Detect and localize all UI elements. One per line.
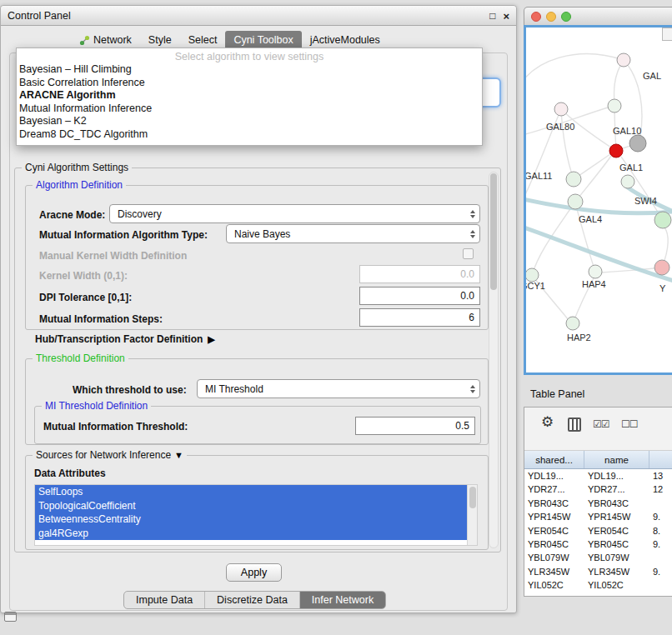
which-threshold-value: MI Threshold — [205, 383, 263, 395]
network-canvas[interactable]: GALGAL80GAL10GAL1GAL11SWI4GAL4GCY1HAP4YH… — [524, 25, 672, 375]
table-row[interactable]: YBR043CYBR043C — [524, 497, 672, 510]
table-row[interactable]: YLR345WYLR345W9. — [524, 565, 672, 578]
column-bar — [572, 419, 574, 430]
table-cell: YER054C — [524, 524, 584, 538]
aracne-mode-label: Aracne Mode: — [39, 209, 105, 221]
bottom-tab-bar: Impute DataDiscretize DataInfer Network — [123, 591, 386, 609]
column-header-extra[interactable] — [649, 451, 672, 468]
close-icon[interactable]: × — [503, 10, 509, 22]
aracne-mode-select[interactable]: Discovery — [109, 204, 480, 223]
sources-group: Sources for Network Inference ▼ Data Att… — [25, 455, 489, 550]
table-cell: YLR345W — [524, 565, 584, 578]
column-header-name[interactable]: name — [584, 451, 649, 468]
table-panel-window: ⚙ ☑☑ ☐☐ shared...name YDL19...YDL19...13… — [524, 407, 672, 597]
gear-icon[interactable]: ⚙ — [541, 413, 554, 431]
algorithm-option-bayesian-k2[interactable]: Bayesian – K2 — [17, 115, 482, 128]
table-cell: YIL052C — [524, 578, 584, 592]
mini-icon-bar — [5, 612, 16, 615]
dpi-tolerance-field[interactable]: 0.0 — [359, 287, 480, 305]
minimize-icon[interactable]: □ — [489, 10, 495, 22]
manual-kernel-checkbox[interactable] — [463, 248, 474, 259]
network-node-gal4[interactable] — [568, 194, 583, 209]
settings-scrollbar[interactable] — [489, 172, 499, 548]
table-cell: YLR345W — [584, 565, 649, 578]
network-node-y[interactable] — [654, 260, 669, 275]
table-body: YDL19...YDL19...13YDR27...YDR27...12YBR0… — [524, 469, 672, 596]
network-node-swi4[interactable] — [654, 212, 671, 228]
columns-icon[interactable] — [568, 418, 581, 432]
table-panel-title: Table Panel — [530, 388, 584, 400]
algorithm-option-bayesian-hill-climbing[interactable]: Bayesian – Hill Climbing — [17, 63, 482, 77]
network-node[interactable] — [609, 144, 623, 158]
window-title: Control Panel — [8, 10, 71, 22]
mi-steps-field[interactable]: 6 — [359, 308, 480, 327]
mi-threshold-field[interactable]: 0.5 — [355, 417, 475, 435]
table-row[interactable]: YDL19...YDL19...13 — [524, 469, 672, 482]
network-window-titlebar[interactable] — [524, 7, 672, 25]
table-cell — [649, 551, 672, 564]
table-row[interactable]: YBL079WYBL079W — [524, 551, 672, 564]
apply-button[interactable]: Apply — [226, 563, 282, 582]
network-node-hap2[interactable] — [566, 317, 579, 330]
network-node-hap4[interactable] — [589, 265, 602, 278]
network-node[interactable] — [629, 135, 646, 152]
table-row[interactable]: YER054CYER054C8. — [524, 524, 672, 538]
algorithm-option-dream8-dc-tdc-algorithm[interactable]: Dream8 DC_TDC Algorithm — [17, 128, 482, 142]
which-threshold-select[interactable]: MI Threshold — [197, 379, 480, 398]
combo-stepper-icon — [470, 210, 475, 218]
attribute-list: SelfLoopsTopologicalCoefficientBetweenne… — [34, 484, 478, 546]
control-panel-titlebar[interactable]: Control Panel □ × — [1, 6, 516, 26]
minimize-traffic-button[interactable] — [546, 12, 556, 22]
zoom-traffic-button[interactable] — [561, 12, 571, 22]
network-node-gcy1[interactable] — [526, 268, 539, 282]
algorithm-option-basic-correlation-inference[interactable]: Basic Correlation Inference — [17, 77, 482, 90]
close-traffic-button[interactable] — [531, 12, 541, 22]
bottom-tab-impute-data[interactable]: Impute Data — [124, 592, 205, 608]
sources-group-title[interactable]: Sources for Network Inference ▼ — [33, 449, 187, 461]
attribute-item-gal4rgexp[interactable]: gal4RGexp — [35, 527, 467, 541]
table-row[interactable]: YPR145WYPR145W9. — [524, 510, 672, 523]
table-cell: YPR145W — [524, 510, 584, 523]
table-row[interactable]: YDR27...YDR27...12 — [524, 482, 672, 496]
cyni-settings-group: Cyni Algorithm Settings Algorithm Defini… — [14, 168, 501, 552]
scrollbar-thumb[interactable] — [490, 173, 497, 290]
mi-type-select[interactable]: Naive Bayes — [226, 224, 480, 243]
dropdown-placeholder: Select algorithm to view settings — [17, 50, 482, 63]
network-node-gal[interactable] — [617, 53, 630, 67]
network-scrollbar-button[interactable] — [662, 28, 672, 41]
table-cell: YDL19... — [584, 469, 649, 482]
table-cell: YIL052C — [584, 578, 649, 592]
scrollbar-thumb[interactable] — [469, 487, 476, 508]
table-cell: YBR045C — [524, 538, 584, 551]
attribute-item-betweennesscentrality[interactable]: BetweennessCentrality — [35, 512, 467, 527]
network-node-gal1[interactable] — [621, 175, 634, 188]
kernel-width-label: Kernel Width (0,1): — [39, 270, 128, 282]
sources-title-text: Sources for Network Inference — [36, 449, 171, 461]
hub-section-toggle[interactable]: Hub/Transcription Factor Definition ▶ — [35, 333, 215, 345]
network-icon — [79, 35, 90, 46]
select-columns-icon[interactable]: ☑☑ — [593, 418, 609, 430]
table-cell: 13 — [649, 469, 672, 482]
kernel-width-field[interactable]: 0.0 — [359, 265, 480, 283]
node-label: GAL80 — [546, 122, 574, 132]
table-row[interactable]: YBR045CYBR045C9. — [524, 538, 672, 551]
column-header-shared[interactable]: shared... — [524, 451, 584, 468]
table-cell: YDR27... — [524, 482, 584, 496]
attribute-item-topologicalcoefficient[interactable]: TopologicalCoefficient — [35, 499, 467, 513]
table-cell: 9. — [649, 538, 672, 551]
table-cell: 12 — [649, 482, 672, 496]
deselect-columns-icon[interactable]: ☐☐ — [621, 418, 638, 430]
table-row[interactable]: YIL052CYIL052C — [524, 578, 672, 592]
algorithm-option-mutual-information-inference[interactable]: Mutual Information Inference — [17, 102, 482, 116]
attribute-list-scrollbar[interactable] — [467, 485, 477, 545]
network-node-gal11[interactable] — [566, 172, 581, 187]
algorithm-dropdown-popup: Select algorithm to view settings Bayesi… — [16, 48, 483, 146]
collapsed-panel-icon[interactable] — [4, 612, 17, 622]
bottom-tab-discretize-data[interactable]: Discretize Data — [205, 592, 300, 608]
attribute-item-selfloops[interactable]: SelfLoops — [35, 485, 467, 499]
network-node-gal80[interactable] — [554, 102, 568, 116]
bottom-tab-infer-network[interactable]: Infer Network — [300, 592, 385, 608]
network-node-gal10[interactable] — [608, 99, 621, 112]
combo-stepper-icon — [470, 385, 475, 393]
algorithm-option-aracne-algorithm[interactable]: ARACNE Algorithm — [17, 89, 482, 102]
